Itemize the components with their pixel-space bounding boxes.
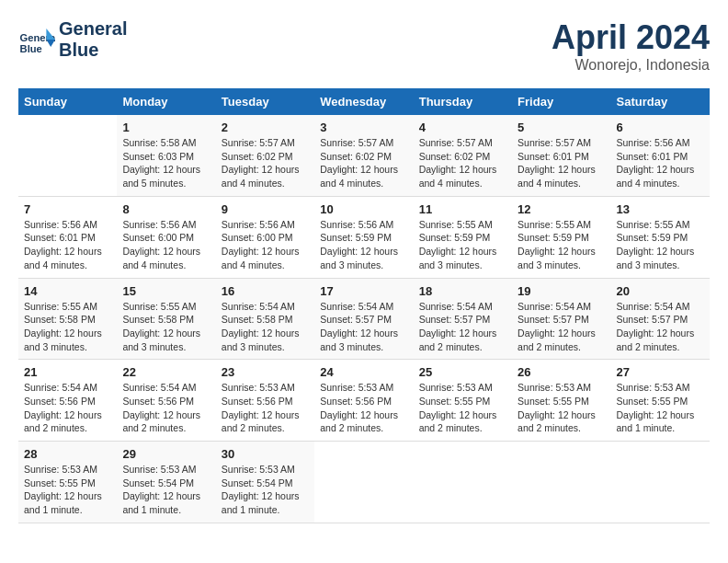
day-number: 16 [222,284,309,298]
week-row-5: 28Sunrise: 5:53 AMSunset: 5:55 PMDayligh… [18,442,710,523]
logo: General Blue General Blue [18,18,127,61]
week-row-3: 14Sunrise: 5:55 AMSunset: 5:58 PMDayligh… [18,278,710,360]
weekday-header-friday: Friday [512,88,610,115]
day-number: 7 [24,202,111,216]
day-number: 8 [122,202,210,216]
day-number: 11 [419,202,506,216]
location-subtitle: Wonorejo, Indonesia [552,57,710,74]
day-number: 14 [24,284,111,298]
calendar-cell: 3Sunrise: 5:57 AMSunset: 6:02 PMDaylight… [314,115,413,196]
day-number: 13 [617,202,704,216]
calendar-cell: 20Sunrise: 5:54 AMSunset: 5:57 PMDayligh… [611,278,710,360]
calendar-cell: 23Sunrise: 5:53 AMSunset: 5:56 PMDayligh… [216,360,314,442]
calendar-cell: 28Sunrise: 5:53 AMSunset: 5:55 PMDayligh… [18,442,117,523]
calendar-cell [414,442,512,523]
weekday-header-thursday: Thursday [414,88,512,115]
calendar-cell: 10Sunrise: 5:56 AMSunset: 5:59 PMDayligh… [314,196,413,278]
calendar-cell: 1Sunrise: 5:58 AMSunset: 6:03 PMDaylight… [117,115,215,196]
day-info: Sunrise: 5:54 AMSunset: 5:56 PMDaylight:… [24,381,111,435]
calendar-cell: 9Sunrise: 5:56 AMSunset: 6:00 PMDaylight… [216,196,314,278]
day-info: Sunrise: 5:53 AMSunset: 5:54 PMDaylight:… [222,463,309,517]
day-number: 10 [320,202,407,216]
day-number: 4 [419,121,506,134]
calendar-cell: 15Sunrise: 5:55 AMSunset: 5:58 PMDayligh… [117,278,215,360]
week-row-2: 7Sunrise: 5:56 AMSunset: 6:01 PMDaylight… [18,196,710,278]
page-header: General Blue General Blue April 2024 Won… [18,18,710,74]
calendar-cell: 22Sunrise: 5:54 AMSunset: 5:56 PMDayligh… [117,360,215,442]
weekday-header-monday: Monday [117,88,215,115]
day-number: 17 [320,284,407,298]
weekday-header-sunday: Sunday [18,88,117,115]
day-info: Sunrise: 5:56 AMSunset: 6:00 PMDaylight:… [122,218,210,272]
day-number: 5 [518,121,605,134]
day-number: 26 [518,365,605,379]
calendar-cell: 30Sunrise: 5:53 AMSunset: 5:54 PMDayligh… [216,442,314,523]
week-row-1: 1Sunrise: 5:58 AMSunset: 6:03 PMDaylight… [18,115,710,196]
day-info: Sunrise: 5:54 AMSunset: 5:57 PMDaylight:… [617,300,704,354]
weekday-header-wednesday: Wednesday [314,88,413,115]
calendar-cell: 4Sunrise: 5:57 AMSunset: 6:02 PMDaylight… [414,115,512,196]
day-info: Sunrise: 5:53 AMSunset: 5:56 PMDaylight:… [222,381,309,435]
day-number: 29 [122,447,210,461]
day-info: Sunrise: 5:57 AMSunset: 6:02 PMDaylight:… [320,136,407,190]
day-number: 25 [419,365,506,379]
month-year-title: April 2024 [552,18,710,57]
week-row-4: 21Sunrise: 5:54 AMSunset: 5:56 PMDayligh… [18,360,710,442]
day-info: Sunrise: 5:55 AMSunset: 5:59 PMDaylight:… [518,218,605,272]
day-number: 28 [24,447,111,461]
day-info: Sunrise: 5:53 AMSunset: 5:55 PMDaylight:… [419,381,506,435]
calendar-cell: 16Sunrise: 5:54 AMSunset: 5:58 PMDayligh… [216,278,314,360]
day-info: Sunrise: 5:57 AMSunset: 6:01 PMDaylight:… [518,136,605,190]
calendar-table: SundayMondayTuesdayWednesdayThursdayFrid… [18,88,710,523]
calendar-cell: 6Sunrise: 5:56 AMSunset: 6:01 PMDaylight… [611,115,710,196]
calendar-cell: 11Sunrise: 5:55 AMSunset: 5:59 PMDayligh… [414,196,512,278]
calendar-cell: 27Sunrise: 5:53 AMSunset: 5:55 PMDayligh… [611,360,710,442]
weekday-header-tuesday: Tuesday [216,88,314,115]
weekday-header-row: SundayMondayTuesdayWednesdayThursdayFrid… [18,88,710,115]
day-number: 15 [122,284,210,298]
day-info: Sunrise: 5:56 AMSunset: 5:59 PMDaylight:… [320,218,407,272]
day-info: Sunrise: 5:54 AMSunset: 5:56 PMDaylight:… [122,381,210,435]
day-number: 18 [419,284,506,298]
calendar-cell [18,115,117,196]
calendar-cell: 21Sunrise: 5:54 AMSunset: 5:56 PMDayligh… [18,360,117,442]
day-number: 23 [222,365,309,379]
calendar-cell: 8Sunrise: 5:56 AMSunset: 6:00 PMDaylight… [117,196,215,278]
calendar-cell: 18Sunrise: 5:54 AMSunset: 5:57 PMDayligh… [414,278,512,360]
calendar-cell: 14Sunrise: 5:55 AMSunset: 5:58 PMDayligh… [18,278,117,360]
day-info: Sunrise: 5:54 AMSunset: 5:58 PMDaylight:… [222,300,309,354]
day-info: Sunrise: 5:56 AMSunset: 6:01 PMDaylight:… [617,136,704,190]
logo-name-line1: General [59,18,127,40]
calendar-cell: 24Sunrise: 5:53 AMSunset: 5:56 PMDayligh… [314,360,413,442]
calendar-cell [611,442,710,523]
day-number: 27 [617,365,704,379]
day-info: Sunrise: 5:53 AMSunset: 5:55 PMDaylight:… [24,463,111,517]
day-info: Sunrise: 5:55 AMSunset: 5:58 PMDaylight:… [122,300,210,354]
calendar-cell: 17Sunrise: 5:54 AMSunset: 5:57 PMDayligh… [314,278,413,360]
logo-icon: General Blue [18,21,55,58]
calendar-cell: 2Sunrise: 5:57 AMSunset: 6:02 PMDaylight… [216,115,314,196]
day-info: Sunrise: 5:55 AMSunset: 5:59 PMDaylight:… [617,218,704,272]
day-info: Sunrise: 5:55 AMSunset: 5:59 PMDaylight:… [419,218,506,272]
day-info: Sunrise: 5:57 AMSunset: 6:02 PMDaylight:… [419,136,506,190]
calendar-cell: 26Sunrise: 5:53 AMSunset: 5:55 PMDayligh… [512,360,610,442]
day-info: Sunrise: 5:53 AMSunset: 5:55 PMDaylight:… [617,381,704,435]
day-number: 19 [518,284,605,298]
day-number: 30 [222,447,309,461]
day-number: 24 [320,365,407,379]
day-number: 22 [122,365,210,379]
day-number: 21 [24,365,111,379]
svg-text:Blue: Blue [20,43,42,54]
weekday-header-saturday: Saturday [611,88,710,115]
day-number: 1 [122,121,210,134]
calendar-cell [512,442,610,523]
day-info: Sunrise: 5:56 AMSunset: 6:01 PMDaylight:… [24,218,111,272]
day-number: 20 [617,284,704,298]
calendar-cell: 29Sunrise: 5:53 AMSunset: 5:54 PMDayligh… [117,442,215,523]
calendar-cell: 5Sunrise: 5:57 AMSunset: 6:01 PMDaylight… [512,115,610,196]
day-number: 3 [320,121,407,134]
title-block: April 2024 Wonorejo, Indonesia [552,18,710,74]
calendar-cell: 7Sunrise: 5:56 AMSunset: 6:01 PMDaylight… [18,196,117,278]
logo-name-line2: Blue [59,40,127,61]
day-info: Sunrise: 5:56 AMSunset: 6:00 PMDaylight:… [222,218,309,272]
